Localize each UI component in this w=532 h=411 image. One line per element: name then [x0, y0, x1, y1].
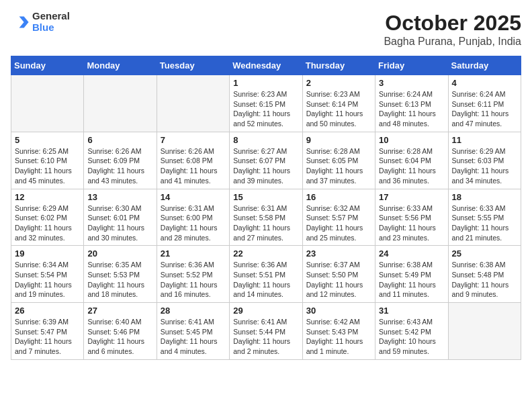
- weekday-header-wednesday: Wednesday: [230, 56, 302, 75]
- calendar-cell: 15Sunrise: 6:31 AMSunset: 5:58 PMDayligh…: [230, 189, 302, 246]
- day-info: Sunrise: 6:32 AMSunset: 5:57 PMDaylight:…: [306, 203, 371, 243]
- page-title: October 2025: [384, 11, 521, 36]
- day-info: Sunrise: 6:33 AMSunset: 5:55 PMDaylight:…: [452, 203, 517, 243]
- calendar-cell: 22Sunrise: 6:36 AMSunset: 5:51 PMDayligh…: [230, 246, 302, 303]
- calendar-cell: 2Sunrise: 6:23 AMSunset: 6:14 PMDaylight…: [302, 75, 375, 132]
- day-number: 4: [452, 78, 517, 88]
- day-number: 23: [306, 248, 371, 259]
- day-number: 3: [379, 78, 444, 88]
- calendar-cell: 16Sunrise: 6:32 AMSunset: 5:57 PMDayligh…: [302, 189, 375, 246]
- day-info: Sunrise: 6:38 AMSunset: 5:48 PMDaylight:…: [452, 260, 517, 300]
- day-info: Sunrise: 6:33 AMSunset: 5:56 PMDaylight:…: [379, 203, 444, 243]
- page-subtitle: Bagha Purana, Punjab, India: [384, 36, 521, 48]
- calendar-cell: 7Sunrise: 6:26 AMSunset: 6:08 PMDaylight…: [157, 132, 229, 189]
- calendar-week-3: 12Sunrise: 6:29 AMSunset: 6:02 PMDayligh…: [11, 189, 521, 246]
- calendar-cell: 17Sunrise: 6:33 AMSunset: 5:56 PMDayligh…: [375, 189, 448, 246]
- day-number: 21: [161, 248, 226, 259]
- day-info: Sunrise: 6:25 AMSunset: 6:10 PMDaylight:…: [15, 146, 80, 186]
- day-info: Sunrise: 6:42 AMSunset: 5:43 PMDaylight:…: [306, 317, 371, 357]
- calendar-cell: 25Sunrise: 6:38 AMSunset: 5:48 PMDayligh…: [448, 246, 521, 303]
- day-number: 11: [452, 135, 517, 145]
- calendar-cell: 5Sunrise: 6:25 AMSunset: 6:10 PMDaylight…: [11, 132, 84, 189]
- calendar-cell: 6Sunrise: 6:26 AMSunset: 6:09 PMDaylight…: [84, 132, 157, 189]
- day-number: 10: [379, 135, 444, 145]
- calendar-cell: 19Sunrise: 6:34 AMSunset: 5:54 PMDayligh…: [11, 246, 84, 303]
- weekday-header-sunday: Sunday: [11, 56, 84, 75]
- calendar-cell: 10Sunrise: 6:28 AMSunset: 6:04 PMDayligh…: [375, 132, 448, 189]
- calendar-cell: [157, 75, 229, 132]
- day-number: 8: [233, 135, 298, 145]
- weekday-header-tuesday: Tuesday: [157, 56, 229, 75]
- calendar-cell: 30Sunrise: 6:42 AMSunset: 5:43 PMDayligh…: [302, 303, 375, 360]
- day-info: Sunrise: 6:28 AMSunset: 6:04 PMDaylight:…: [379, 146, 444, 186]
- calendar-cell: 14Sunrise: 6:31 AMSunset: 6:00 PMDayligh…: [157, 189, 229, 246]
- calendar-week-5: 26Sunrise: 6:39 AMSunset: 5:47 PMDayligh…: [11, 303, 521, 360]
- calendar-cell: 8Sunrise: 6:27 AMSunset: 6:07 PMDaylight…: [230, 132, 302, 189]
- day-number: 27: [87, 306, 152, 316]
- day-number: 17: [379, 192, 444, 202]
- calendar-cell: [448, 303, 521, 360]
- page-header: General Blue October 2025 Bagha Purana, …: [11, 11, 521, 48]
- day-info: Sunrise: 6:29 AMSunset: 6:03 PMDaylight:…: [452, 146, 517, 186]
- day-number: 9: [306, 135, 371, 145]
- calendar-cell: [84, 75, 157, 132]
- calendar-cell: 1Sunrise: 6:23 AMSunset: 6:15 PMDaylight…: [230, 75, 302, 132]
- day-number: 19: [15, 248, 80, 259]
- weekday-header-saturday: Saturday: [448, 56, 521, 75]
- calendar-cell: 9Sunrise: 6:28 AMSunset: 6:05 PMDaylight…: [302, 132, 375, 189]
- day-number: 18: [452, 192, 517, 202]
- day-number: 2: [306, 78, 371, 88]
- day-info: Sunrise: 6:29 AMSunset: 6:02 PMDaylight:…: [15, 203, 80, 243]
- weekday-header-thursday: Thursday: [302, 56, 375, 75]
- day-number: 31: [379, 306, 444, 316]
- day-number: 13: [87, 192, 152, 202]
- calendar-cell: 13Sunrise: 6:30 AMSunset: 6:01 PMDayligh…: [84, 189, 157, 246]
- day-number: 28: [161, 306, 226, 316]
- day-info: Sunrise: 6:37 AMSunset: 5:50 PMDaylight:…: [306, 260, 371, 300]
- day-number: 14: [161, 192, 226, 202]
- calendar-week-1: 1Sunrise: 6:23 AMSunset: 6:15 PMDaylight…: [11, 75, 521, 132]
- calendar-cell: 4Sunrise: 6:24 AMSunset: 6:11 PMDaylight…: [448, 75, 521, 132]
- day-info: Sunrise: 6:30 AMSunset: 6:01 PMDaylight:…: [87, 203, 152, 243]
- day-info: Sunrise: 6:43 AMSunset: 5:42 PMDaylight:…: [379, 317, 444, 357]
- day-info: Sunrise: 6:34 AMSunset: 5:54 PMDaylight:…: [15, 260, 80, 300]
- calendar-week-2: 5Sunrise: 6:25 AMSunset: 6:10 PMDaylight…: [11, 132, 521, 189]
- logo-line1: General: [32, 11, 70, 22]
- day-info: Sunrise: 6:26 AMSunset: 6:09 PMDaylight:…: [87, 146, 152, 186]
- day-number: 16: [306, 192, 371, 202]
- title-block: October 2025 Bagha Purana, Punjab, India: [384, 11, 521, 48]
- calendar-cell: [11, 75, 84, 132]
- calendar-table: SundayMondayTuesdayWednesdayThursdayFrid…: [11, 56, 521, 360]
- day-info: Sunrise: 6:26 AMSunset: 6:08 PMDaylight:…: [161, 146, 226, 186]
- calendar-cell: 31Sunrise: 6:43 AMSunset: 5:42 PMDayligh…: [375, 303, 448, 360]
- day-number: 29: [233, 306, 298, 316]
- calendar-cell: 29Sunrise: 6:41 AMSunset: 5:44 PMDayligh…: [230, 303, 302, 360]
- weekday-row: SundayMondayTuesdayWednesdayThursdayFrid…: [11, 56, 521, 75]
- day-number: 30: [306, 306, 371, 316]
- day-number: 6: [87, 135, 152, 145]
- calendar-cell: 28Sunrise: 6:41 AMSunset: 5:45 PMDayligh…: [157, 303, 229, 360]
- day-info: Sunrise: 6:41 AMSunset: 5:44 PMDaylight:…: [233, 317, 298, 357]
- logo-icon: [11, 13, 30, 32]
- day-info: Sunrise: 6:24 AMSunset: 6:13 PMDaylight:…: [379, 89, 444, 129]
- calendar-cell: 18Sunrise: 6:33 AMSunset: 5:55 PMDayligh…: [448, 189, 521, 246]
- day-info: Sunrise: 6:23 AMSunset: 6:15 PMDaylight:…: [233, 89, 298, 129]
- day-info: Sunrise: 6:38 AMSunset: 5:49 PMDaylight:…: [379, 260, 444, 300]
- day-info: Sunrise: 6:27 AMSunset: 6:07 PMDaylight:…: [233, 146, 298, 186]
- day-info: Sunrise: 6:39 AMSunset: 5:47 PMDaylight:…: [15, 317, 80, 357]
- calendar-body: 1Sunrise: 6:23 AMSunset: 6:15 PMDaylight…: [11, 75, 521, 360]
- logo-line2: Blue: [32, 22, 70, 34]
- day-info: Sunrise: 6:28 AMSunset: 6:05 PMDaylight:…: [306, 146, 371, 186]
- day-number: 15: [233, 192, 298, 202]
- logo: General Blue: [11, 11, 70, 33]
- logo-text: General Blue: [32, 11, 70, 33]
- day-number: 26: [15, 306, 80, 316]
- calendar-header: SundayMondayTuesdayWednesdayThursdayFrid…: [11, 56, 521, 75]
- calendar-cell: 3Sunrise: 6:24 AMSunset: 6:13 PMDaylight…: [375, 75, 448, 132]
- day-info: Sunrise: 6:35 AMSunset: 5:53 PMDaylight:…: [87, 260, 152, 300]
- day-number: 5: [15, 135, 80, 145]
- calendar-cell: 26Sunrise: 6:39 AMSunset: 5:47 PMDayligh…: [11, 303, 84, 360]
- day-number: 20: [87, 248, 152, 259]
- day-info: Sunrise: 6:41 AMSunset: 5:45 PMDaylight:…: [161, 317, 226, 357]
- day-info: Sunrise: 6:24 AMSunset: 6:11 PMDaylight:…: [452, 89, 517, 129]
